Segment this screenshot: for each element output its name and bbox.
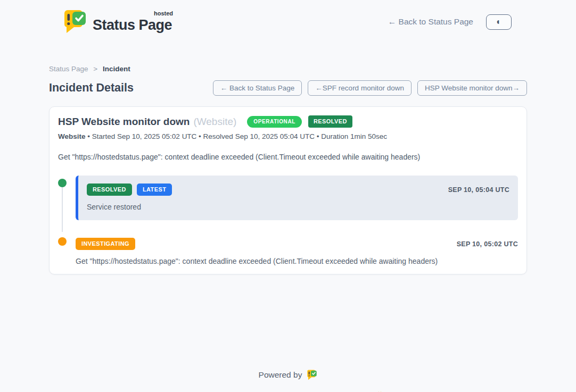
half-circle-theme-icon: ◐ [496,18,501,26]
logo-superscript: hosted [154,10,173,16]
timeline-timestamp: SEP 10, 05:04 UTC [448,186,509,194]
latest-badge: LATEST [137,184,172,196]
timeline-timestamp: SEP 10, 05:02 UTC [457,240,518,248]
timeline-dot-green [58,179,67,187]
resolved-badge: RESOLVED [87,184,132,196]
statuspage-logo-icon [63,9,87,35]
statuspage-logo-icon-small [307,369,317,381]
operational-status-badge: OPERATIONAL [247,116,302,128]
next-incident-button[interactable]: HSP Website monitor down→ [417,80,527,96]
top-right-controls: ← Back to Status Page ◐ [388,14,512,30]
incident-card: HSP Website monitor down (Website) OPERA… [49,106,527,274]
meta-component-name: Website [58,132,86,140]
breadcrumb-incident: Incident [103,65,130,73]
incident-meta: Website • Started Sep 10, 2025 05:02 UTC… [58,132,518,140]
footer: Powered by © 2025-10-08 14:10:34.772084 … [49,369,527,392]
back-to-status-page-link[interactable]: ← Back to Status Page [388,17,473,27]
incident-title: HSP Website monitor down [58,116,190,128]
top-bar: hosted Status Page ← Back to Status Page… [0,0,576,37]
incident-title-row: HSP Website monitor down (Website) OPERA… [58,115,518,128]
resolved-state-badge: RESOLVED [308,115,352,128]
powered-by[interactable]: Powered by [259,369,318,381]
brand-name: Status Page [93,17,172,33]
meta-timings: • Started Sep 10, 2025 05:02 UTC • Resol… [86,132,388,140]
prev-incident-button[interactable]: ←SPF record monitor down [308,80,412,96]
theme-toggle-button[interactable]: ◐ [486,14,512,30]
timeline-message: Service restored [87,203,509,211]
logo-text: hosted Status Page [93,11,172,34]
powered-by-label: Powered by [259,370,302,380]
incident-description: Get "https://hostedstatus.page": context… [58,153,518,161]
breadcrumb: Status Page > Incident [49,65,527,73]
timeline-message: Get "https://hostedstatus.page": context… [76,257,518,265]
back-to-status-page-button[interactable]: ← Back to Status Page [213,80,302,96]
page-title: Incident Details [49,81,134,95]
breadcrumb-separator: > [93,65,97,73]
incident-nav-buttons: ← Back to Status Page ←SPF record monito… [213,80,527,96]
timeline-dot-orange [58,237,67,246]
incident-component: (Website) [193,116,236,128]
timeline-entry-investigating: INVESTIGATING SEP 10, 05:02 UTC Get "htt… [58,236,518,265]
statuspage-logo[interactable]: hosted Status Page [63,9,172,35]
investigating-badge: INVESTIGATING [76,238,135,250]
timeline-entry-header: INVESTIGATING SEP 10, 05:02 UTC [76,238,518,250]
timeline-latest-card: RESOLVED LATEST SEP 10, 05:04 UTC Servic… [76,176,518,220]
timeline-entry-header: RESOLVED LATEST SEP 10, 05:04 UTC [87,184,509,196]
breadcrumb-status-page[interactable]: Status Page [49,65,88,73]
timeline-entry-resolved: RESOLVED LATEST SEP 10, 05:04 UTC Servic… [58,176,518,220]
incident-timeline: RESOLVED LATEST SEP 10, 05:04 UTC Servic… [58,176,518,265]
heading-row: Incident Details ← Back to Status Page ←… [49,80,527,96]
